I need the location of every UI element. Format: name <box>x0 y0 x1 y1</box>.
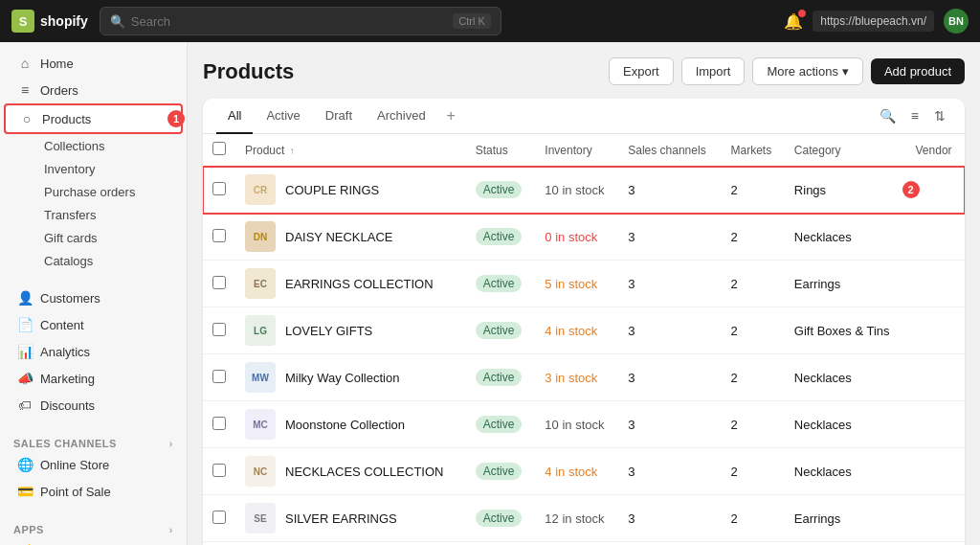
product-cell-4[interactable]: LG LOVELY GIFTS <box>235 307 466 354</box>
sidebar-label-customers: Customers <box>40 291 100 306</box>
sidebar-item-flow[interactable]: ⚡ Flow <box>4 537 183 545</box>
avatar[interactable]: BN <box>944 9 969 34</box>
status-badge-1: Active <box>476 181 523 198</box>
product-thumb-2: DN <box>245 221 276 252</box>
row-checkbox-cell <box>203 448 235 495</box>
tab-add-button[interactable]: + <box>439 100 463 132</box>
search-input[interactable] <box>131 14 448 29</box>
sidebar-label-discounts: Discounts <box>40 398 95 413</box>
sidebar-item-collections[interactable]: Collections <box>36 135 183 157</box>
sidebar-item-analytics[interactable]: 📊 Analytics <box>4 338 183 365</box>
markets-cell-8: 2 <box>722 495 785 542</box>
sidebar-item-orders[interactable]: ≡ Orders <box>4 77 183 103</box>
products-card: All Active Draft Archived + 🔍 ≡ ⇅ <box>203 99 965 545</box>
tab-active[interactable]: Active <box>255 99 311 134</box>
row-checkbox-7[interactable] <box>212 464 226 477</box>
products-table: Product ↑ Status Inventory Sales channel… <box>203 134 965 541</box>
row-checkbox-cell <box>203 401 235 448</box>
more-actions-button[interactable]: More actions ▾ <box>752 57 862 85</box>
content-area: Products Export Import More actions ▾ Ad… <box>188 42 980 545</box>
shopify-logo-icon: S <box>11 10 34 33</box>
status-badge-3: Active <box>476 275 523 292</box>
product-thumb-5: MW <box>245 362 276 393</box>
search-filter-button[interactable]: 🔍 <box>874 104 902 127</box>
sidebar-item-catalogs[interactable]: Catalogs <box>36 250 183 272</box>
table-row[interactable]: CR COUPLE RINGS Active 10 in stock 3 2 R… <box>203 167 965 214</box>
product-name-7: NECKLACES COLLECTION <box>285 465 443 479</box>
vendor-cell-8 <box>906 495 965 542</box>
table-row[interactable]: MC Moonstone Collection Active 10 in sto… <box>203 401 965 448</box>
product-cell-3[interactable]: EC EARRINGS COLLECTION <box>235 261 466 307</box>
product-cell-5[interactable]: MW Milky Way Collection <box>235 354 466 401</box>
table-row[interactable]: EC EARRINGS COLLECTION Active 5 in stock… <box>203 261 965 307</box>
select-all-checkbox[interactable] <box>212 142 226 155</box>
col-product[interactable]: Product ↑ <box>235 134 466 167</box>
filter-button[interactable]: ≡ <box>905 104 924 127</box>
inventory-cell-3: 5 in stock <box>535 261 618 307</box>
product-thumb-6: MC <box>245 409 276 440</box>
row-checkbox-cell <box>203 261 235 307</box>
search-bar[interactable]: 🔍 Ctrl K <box>100 7 501 35</box>
export-button[interactable]: Export <box>609 57 674 85</box>
col-markets: Markets <box>722 134 785 167</box>
product-thumb-1: CR <box>245 174 276 205</box>
inventory-cell-4: 4 in stock <box>535 307 618 354</box>
sidebar-item-content[interactable]: 📄 Content <box>4 311 183 338</box>
product-cell-6[interactable]: MC Moonstone Collection <box>235 401 466 448</box>
add-product-button[interactable]: Add product <box>871 58 965 84</box>
table-row[interactable]: SE SILVER EARRINGS Active 12 in stock 3 … <box>203 495 965 542</box>
tab-draft[interactable]: Draft <box>314 99 364 134</box>
table-row[interactable]: LG LOVELY GIFTS Active 4 in stock 3 2 Gi… <box>203 307 965 354</box>
sidebar-item-home[interactable]: ⌂ Home <box>4 50 183 77</box>
sort-button[interactable]: ⇅ <box>928 104 951 127</box>
notification-bell[interactable]: 🔔 <box>784 12 803 31</box>
table-row[interactable]: MW Milky Way Collection Active 3 in stoc… <box>203 354 965 401</box>
status-cell-5: Active <box>466 354 536 401</box>
row-checkbox-8[interactable] <box>212 511 226 524</box>
table-row[interactable]: DN DAISY NECKLACE Active 0 in stock 3 2 … <box>203 214 965 261</box>
import-button[interactable]: Import <box>681 57 746 85</box>
sidebar-item-customers[interactable]: 👤 Customers <box>4 284 183 311</box>
inventory-cell-8: 12 in stock <box>535 495 618 542</box>
markets-cell-6: 2 <box>722 401 785 448</box>
row-checkbox-1[interactable] <box>212 182 226 195</box>
sales-channels-cell-2: 3 <box>618 214 721 261</box>
row-checkbox-5[interactable] <box>212 370 226 383</box>
annotation-1: 1 <box>167 110 185 127</box>
row-checkbox-2[interactable] <box>212 229 226 242</box>
product-cell-7[interactable]: NC NECKLACES COLLECTION <box>235 448 466 495</box>
sidebar-item-gift-cards[interactable]: Gift cards <box>36 227 183 249</box>
product-thumb-4: LG <box>245 315 276 346</box>
sidebar-item-online-store[interactable]: 🌐 Online Store <box>4 451 183 478</box>
category-cell-1: Rings2 <box>785 167 906 214</box>
sidebar-item-transfers[interactable]: Transfers <box>36 204 183 226</box>
products-tbody: CR COUPLE RINGS Active 10 in stock 3 2 R… <box>203 167 965 542</box>
search-shortcut: Ctrl K <box>453 13 491 29</box>
row-checkbox-6[interactable] <box>212 417 226 430</box>
table-row[interactable]: NC NECKLACES COLLECTION Active 4 in stoc… <box>203 448 965 495</box>
row-checkbox-4[interactable] <box>212 323 226 336</box>
orders-icon: ≡ <box>17 82 33 98</box>
logo-area[interactable]: S shopify <box>11 10 88 33</box>
store-url[interactable]: https://bluepeach.vn/ <box>813 11 934 32</box>
sidebar-item-marketing[interactable]: 📣 Marketing <box>4 365 183 392</box>
online-store-icon: 🌐 <box>17 457 33 472</box>
sidebar-label-online-store: Online Store <box>40 458 109 472</box>
product-cell-2[interactable]: DN DAISY NECKLACE <box>235 214 466 261</box>
sidebar-item-products[interactable]: ○ Products 1 <box>4 103 183 134</box>
annotation-2: 2 <box>902 181 920 198</box>
category-cell-2: Necklaces <box>785 214 906 261</box>
tab-all[interactable]: All <box>216 99 253 134</box>
tab-archived[interactable]: Archived <box>366 99 437 134</box>
sidebar-item-purchase-orders[interactable]: Purchase orders <box>36 181 183 203</box>
product-cell-8[interactable]: SE SILVER EARRINGS <box>235 495 466 542</box>
sidebar-item-inventory[interactable]: Inventory <box>36 158 183 180</box>
row-checkbox-3[interactable] <box>212 276 226 289</box>
product-cell-1[interactable]: CR COUPLE RINGS <box>235 167 466 214</box>
inventory-cell-1: 10 in stock <box>535 167 618 214</box>
status-badge-6: Active <box>476 416 523 433</box>
product-name-3: EARRINGS COLLECTION <box>285 277 434 291</box>
sidebar-item-discounts[interactable]: 🏷 Discounts <box>4 392 183 419</box>
sidebar-item-pos[interactable]: 💳 Point of Sale <box>4 478 183 505</box>
marketing-icon: 📣 <box>17 371 33 386</box>
